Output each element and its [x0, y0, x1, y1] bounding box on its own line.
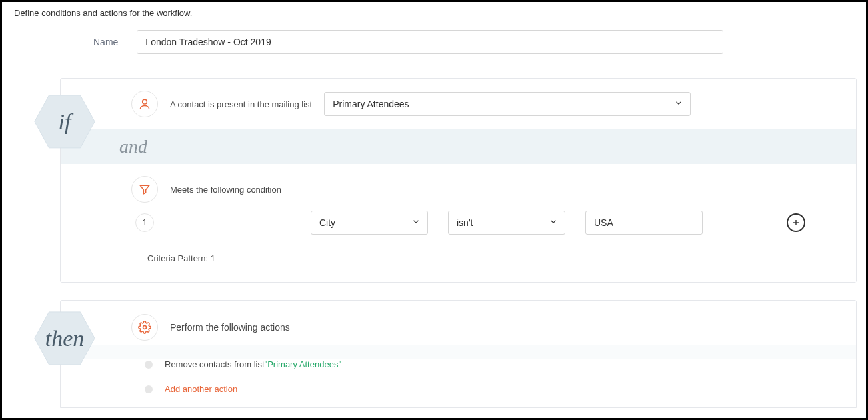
then-block: then Perform the following actions: [11, 300, 857, 408]
condition-label: Meets the following condition: [170, 185, 281, 195]
trigger-row: A contact is present in the mailing list…: [61, 79, 856, 129]
if-block: if A contact is present in the mailing l…: [11, 78, 857, 283]
then-hexagon: then: [33, 311, 96, 367]
condition-number: 1: [135, 213, 154, 232]
actions-header: Perform the following actions: [61, 301, 856, 345]
criteria-pattern: Criteria Pattern: 1: [131, 253, 844, 263]
and-connector: and: [61, 129, 856, 164]
condition-field-select[interactable]: City: [311, 211, 428, 235]
step-dot: [145, 385, 153, 393]
action-step-1[interactable]: Remove contacts from list"Primary Attend…: [135, 359, 856, 369]
page-subtitle: Define conditions and actions for the wo…: [14, 8, 857, 18]
add-action-link[interactable]: Add another action: [165, 384, 237, 394]
action-1-text: Remove contacts from list"Primary Attend…: [165, 359, 341, 369]
contact-icon: [131, 91, 158, 117]
workflow-name-input[interactable]: [137, 30, 723, 54]
if-hexagon: if: [33, 94, 96, 150]
name-row: Name: [11, 30, 857, 54]
mailing-list-value: Primary Attendees: [333, 99, 409, 109]
condition-section: Meets the following condition 1 City isn…: [61, 164, 856, 282]
condition-field-value: City: [319, 217, 335, 228]
add-condition-button[interactable]: [787, 213, 805, 232]
chevron-down-icon: [549, 217, 558, 229]
filter-icon: [131, 176, 158, 203]
trigger-text: A contact is present in the mailing list: [170, 99, 312, 109]
step-dot: [145, 361, 153, 369]
add-action-row[interactable]: Add another action: [135, 384, 856, 394]
gear-icon: [131, 314, 158, 341]
condition-operator-select[interactable]: isn't: [448, 211, 565, 235]
condition-operator-value: isn't: [457, 217, 473, 228]
chevron-down-icon: [411, 217, 421, 229]
actions-label: Perform the following actions: [170, 322, 290, 333]
condition-value-input[interactable]: [585, 211, 703, 235]
if-label: if: [59, 109, 71, 135]
name-label: Name: [93, 37, 118, 47]
then-label: then: [45, 326, 85, 351]
svg-point-5: [143, 326, 147, 329]
chevron-down-icon: [674, 99, 683, 110]
mailing-list-select[interactable]: Primary Attendees: [324, 92, 691, 116]
svg-point-1: [143, 99, 147, 104]
